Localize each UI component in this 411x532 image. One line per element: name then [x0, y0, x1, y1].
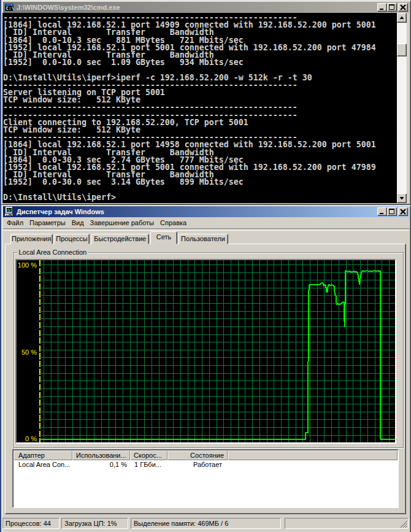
cmd-maximize-button[interactable]: [387, 3, 397, 12]
adapter-state-cell: Работает: [167, 461, 228, 469]
cmd-console-text: ----------------------------------------…: [3, 14, 376, 201]
arrow-up-icon: [399, 15, 404, 20]
menu-shutdown[interactable]: Завершение работы: [87, 218, 157, 228]
column-header-speed[interactable]: Скорос...: [130, 450, 167, 460]
column-header-adapter[interactable]: Адаптер: [13, 450, 72, 460]
tab-users[interactable]: Пользователи: [179, 234, 228, 244]
cmd-title: J:\WINDOWS\system32\cmd.exe: [17, 4, 377, 11]
taskmgr-titlebar[interactable]: Диспетчер задач Windows: [3, 206, 409, 217]
network-graph: 100 % 50 % 0 %: [17, 260, 395, 442]
graph-grid: [40, 260, 395, 442]
caption-buttons: [377, 3, 408, 12]
taskmgr-window: Диспетчер задач Windows Файл Параметры В…: [1, 205, 411, 532]
status-cpu: Загрузка ЦП: 1%: [61, 518, 128, 529]
status-filler: [285, 518, 409, 529]
taskmgr-maximize-button[interactable]: [387, 207, 397, 216]
tab-performance[interactable]: Быстродействие: [91, 234, 150, 244]
adapter-utilization-cell: 0,1 %: [72, 461, 130, 469]
minimize-icon: [378, 209, 386, 215]
taskmgr-minimize-button[interactable]: [377, 207, 387, 216]
caption-buttons: [377, 207, 408, 216]
column-header-state[interactable]: Состояние: [167, 450, 228, 460]
menu-help[interactable]: Справка: [157, 218, 190, 228]
close-icon: [399, 4, 407, 10]
maximize-icon: [388, 209, 396, 215]
adapter-speed-cell: 1 ГБби...: [130, 461, 167, 469]
cmd-console[interactable]: ----------------------------------------…: [2, 13, 397, 203]
scroll-up-button[interactable]: [397, 13, 407, 23]
column-header-filler: [228, 450, 398, 460]
taskmgr-icon: [4, 207, 14, 217]
cmd-scrollbar[interactable]: [397, 13, 407, 203]
network-graph-svg: [17, 260, 395, 442]
tab-network[interactable]: Сеть: [150, 231, 177, 244]
menu-view[interactable]: Вид: [69, 218, 87, 228]
status-memory: Выделение памяти: 469МБ / 6: [131, 518, 281, 529]
tab-applications[interactable]: Приложения: [10, 234, 53, 244]
resize-grip-icon: [400, 520, 408, 528]
minimize-icon: [378, 4, 386, 10]
tab-processes[interactable]: Процессы: [54, 234, 90, 244]
taskmgr-menubar: Файл Параметры Вид Завершение работы Спр…: [4, 217, 409, 228]
cmd-icon: C:\: [4, 2, 14, 12]
column-header-utilization[interactable]: Использовани...: [72, 450, 130, 460]
desktop: C:\ J:\WINDOWS\system32\cmd.exe --------…: [0, 0, 411, 532]
menubar-separator: [3, 228, 409, 231]
cmd-window: C:\ J:\WINDOWS\system32\cmd.exe --------…: [1, 0, 411, 205]
cmd-titlebar[interactable]: C:\ J:\WINDOWS\system32\cmd.exe: [3, 2, 409, 13]
menu-options[interactable]: Параметры: [26, 218, 69, 228]
taskmgr-title: Диспетчер задач Windows: [17, 208, 377, 215]
status-processes: Процессов: 44: [2, 518, 60, 529]
taskmgr-statusbar: Процессов: 44 Загрузка ЦП: 1% Выделение …: [2, 517, 410, 530]
network-graph-panel: 100 % 50 % 0 %: [15, 259, 396, 444]
close-icon: [399, 209, 407, 215]
adapter-listview: Адаптер Использовани... Скорос... Состоя…: [12, 449, 399, 508]
cmd-minimize-button[interactable]: [377, 3, 387, 12]
arrow-down-icon: [399, 196, 404, 201]
taskmgr-close-button[interactable]: [398, 207, 408, 216]
maximize-icon: [388, 4, 396, 10]
adapter-name-cell: Local Area Con...: [13, 461, 72, 469]
scroll-down-button[interactable]: [397, 193, 407, 203]
scrollbar-thumb[interactable]: [397, 44, 407, 56]
svg-text:C:\: C:\: [6, 6, 14, 11]
adapter-groupbox: Local Area Connection 100 % 50 % 0 %: [13, 252, 404, 448]
cmd-close-button[interactable]: [398, 3, 408, 12]
menu-file[interactable]: Файл: [4, 218, 26, 228]
adapter-table-header: Адаптер Использовани... Скорос... Состоя…: [13, 450, 398, 460]
adapter-row[interactable]: Local Area Con... 0,1 % 1 ГБби... Работа…: [13, 461, 398, 469]
adapter-groupbox-label: Local Area Connection: [17, 249, 89, 256]
